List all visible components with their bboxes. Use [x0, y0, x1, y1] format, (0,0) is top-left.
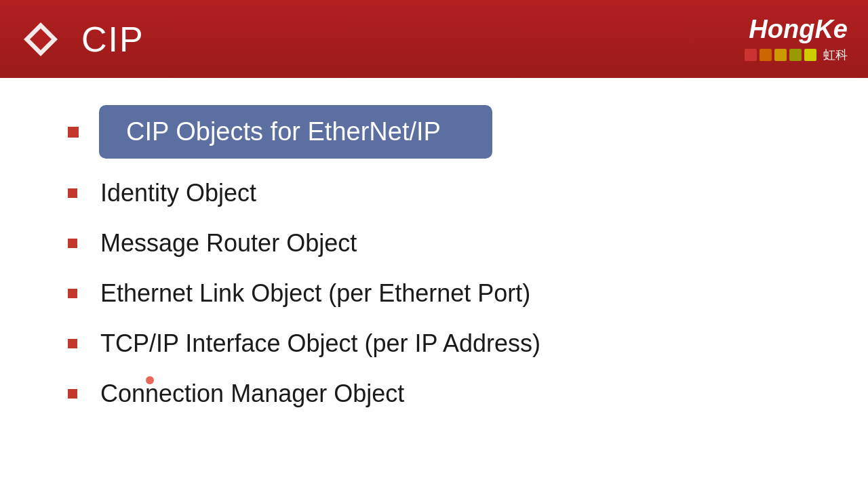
bullet-marker-highlighted: [68, 127, 79, 138]
header-title: CIP: [81, 19, 144, 60]
bullet-marker: [68, 389, 77, 399]
bullet-label: Connection Manager Object: [100, 380, 404, 408]
bullet-marker: [68, 239, 77, 248]
diamond-icon: [20, 19, 61, 60]
bullet-label: TCP/IP Interface Object (per IP Address): [100, 329, 540, 358]
bullet-label: Identity Object: [100, 179, 256, 207]
list-item: Ethernet Link Object (per Ethernet Port): [68, 272, 800, 314]
logo-square-5: [804, 49, 816, 61]
logo-square-2: [760, 49, 772, 61]
bullet-marker: [68, 188, 77, 198]
slide-content: CIP Objects for EtherNet/IP Identity Obj…: [0, 78, 868, 443]
cursor-dot: [146, 376, 154, 384]
list-item: Identity Object: [68, 172, 800, 214]
list-item: TCP/IP Interface Object (per IP Address): [68, 323, 800, 365]
list-item: Connection Manager Object: [68, 373, 800, 415]
header-left: CIP: [20, 19, 144, 60]
highlighted-bullet-item: CIP Objects for EtherNet/IP: [68, 105, 800, 159]
highlight-box: CIP Objects for EtherNet/IP: [99, 105, 492, 159]
logo-area: HongKe 虹科: [745, 15, 848, 63]
bullet-label: Message Router Object: [100, 229, 357, 258]
bullet-label: Ethernet Link Object (per Ethernet Port): [100, 279, 530, 308]
header-bar: CIP HongKe 虹科: [0, 0, 868, 78]
list-item: Message Router Object: [68, 222, 800, 264]
highlight-text: CIP Objects for EtherNet/IP: [126, 117, 441, 146]
logo-squares: 虹科: [745, 47, 848, 63]
bullet-marker: [68, 289, 77, 298]
bullet-marker: [68, 339, 77, 348]
logo-square-1: [745, 49, 757, 61]
logo-square-3: [774, 49, 787, 61]
logo-chinese: 虹科: [823, 47, 848, 63]
logo-square-4: [789, 49, 802, 61]
logo-brand: HongKe: [749, 15, 848, 44]
